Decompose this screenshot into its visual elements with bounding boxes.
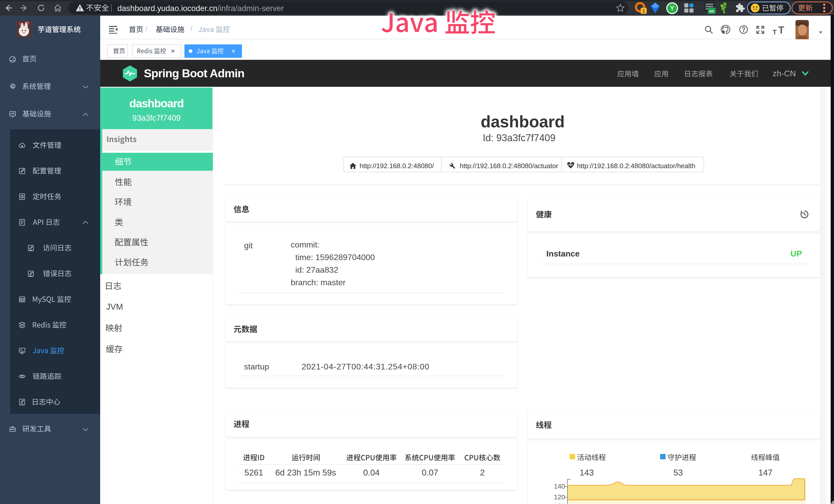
svg-text:Y: Y bbox=[670, 5, 674, 12]
svg-text:on: on bbox=[709, 9, 714, 13]
svg-text:1: 1 bbox=[642, 8, 645, 14]
